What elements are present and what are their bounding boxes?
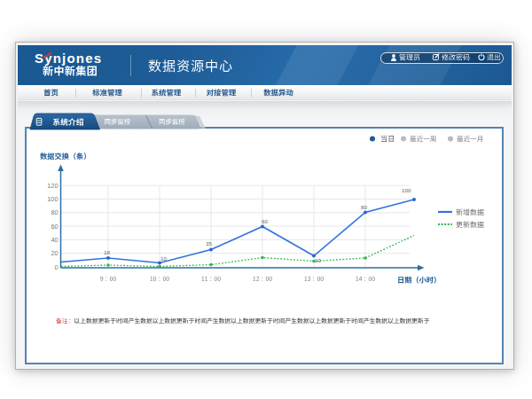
svg-text:100: 100: [47, 195, 58, 203]
svg-text:20: 20: [51, 249, 58, 257]
svg-text:120: 120: [47, 182, 58, 190]
svg-text:35: 35: [206, 240, 212, 246]
svg-text:18: 18: [104, 249, 110, 255]
svg-text:10: 10: [315, 257, 321, 263]
svg-text:80: 80: [51, 208, 58, 216]
svg-text:10: 10: [160, 255, 167, 262]
svg-text:100: 100: [402, 187, 411, 193]
svg-text:80: 80: [361, 204, 367, 210]
svg-text:0: 0: [54, 263, 58, 271]
svg-text:40: 40: [51, 236, 58, 244]
svg-text:60: 60: [262, 218, 268, 224]
svg-text:60: 60: [51, 223, 58, 231]
